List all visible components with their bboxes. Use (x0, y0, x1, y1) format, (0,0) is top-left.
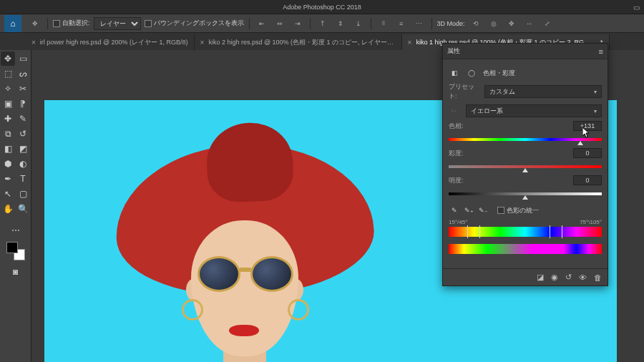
tool-wand[interactable]: ✧ (1, 82, 15, 96)
3d-scale-icon[interactable]: ⤢ (540, 16, 555, 31)
tool-shape[interactable]: ▢ (16, 187, 30, 201)
tool-heal[interactable]: ✚ (1, 112, 15, 126)
align-right-icon[interactable]: ⇥ (291, 16, 305, 31)
auto-select-checkbox[interactable]: 自動選択: (53, 19, 90, 28)
3d-roll-icon[interactable]: ◎ (487, 16, 501, 31)
tool-frame[interactable]: ▣ (1, 97, 15, 111)
doc-tab-0[interactable]: ×irl power high res.psd @ 200% (レイヤー 1, … (26, 34, 195, 50)
show-bbox-checkbox[interactable]: バウンディングボックスを表示 (145, 19, 244, 28)
channel-dropdown[interactable]: イエロー系 (466, 104, 602, 117)
sat-value[interactable]: 0 (573, 148, 602, 158)
tool-eraser[interactable]: ◧ (1, 142, 15, 156)
clip-icon[interactable]: ◪ (537, 273, 544, 282)
tool-marquee[interactable]: ⬚ (1, 67, 15, 81)
close-icon[interactable]: × (200, 39, 205, 47)
photo-earring (182, 299, 203, 321)
panel-menu-icon[interactable]: ≡ (599, 47, 603, 56)
mask-icon[interactable]: ◯ (466, 67, 477, 79)
hue-value[interactable]: +131 (573, 121, 602, 131)
view-previous-icon[interactable]: ◉ (551, 273, 558, 282)
tool-more[interactable]: ⋯ (9, 223, 23, 238)
properties-panel: 属性 ≡ ◧ ◯ 色相・彩度 プリセット: カスタム ☞ イエロー系 色相:+1… (442, 43, 608, 286)
tool-dodge[interactable]: ◐ (16, 157, 30, 171)
eyedropper-sub-icon[interactable]: ✎₋ (477, 205, 489, 216)
align-left-icon[interactable]: ⇤ (255, 16, 269, 31)
3d-pan-icon[interactable]: ✥ (504, 16, 519, 31)
tool-history[interactable]: ↺ (16, 127, 30, 141)
color-swatches[interactable] (6, 242, 25, 260)
align-bottom-icon[interactable]: ⤓ (351, 16, 366, 31)
preset-label: プリセット: (449, 82, 480, 101)
lig-label: 明度: (449, 176, 480, 185)
auto-select-target[interactable]: レイヤー (94, 17, 141, 30)
panel-title: 属性 (447, 47, 460, 56)
photo-sunglasses (197, 256, 293, 292)
sat-label: 彩度: (449, 149, 480, 158)
tool-eyedrop[interactable]: ⁋ (16, 97, 30, 111)
home-button[interactable]: ⌂ (4, 15, 21, 32)
colorize-checkbox[interactable]: 色彩の統一 (497, 206, 539, 215)
eyedropper-icon[interactable]: ✎ (449, 205, 460, 216)
mode-label: 3D Mode: (437, 20, 465, 27)
range-left-value: 15°/45° (449, 219, 467, 225)
adjustment-name: 色相・彩度 (483, 69, 515, 78)
visibility-icon[interactable]: 👁 (579, 273, 587, 282)
tool-artboard[interactable]: ▭ (16, 52, 30, 66)
tool-hand[interactable]: ✋ (1, 202, 15, 216)
tool-crop[interactable]: ✂ (16, 82, 30, 96)
tool-zoom[interactable]: 🔍 (16, 202, 30, 216)
sat-slider[interactable] (449, 162, 602, 172)
tool-blur[interactable]: ⬢ (1, 157, 15, 171)
move-tool-icon[interactable]: ✥ (28, 16, 42, 31)
photo-earring (288, 299, 309, 321)
align-center-h-icon[interactable]: ⇔ (273, 16, 287, 31)
delete-icon[interactable]: 🗑 (594, 273, 602, 282)
preset-dropdown[interactable]: カスタム (484, 85, 602, 98)
lig-slider[interactable] (449, 189, 602, 199)
quick-mask-icon[interactable]: ◙ (9, 265, 23, 279)
reset-icon[interactable]: ↺ (565, 273, 572, 282)
close-icon[interactable]: × (408, 39, 412, 47)
options-bar: ⌂ ✥ 自動選択: レイヤー バウンディングボックスを表示 ⇤ ⇔ ⇥ ⤒ ⇕ … (0, 14, 644, 33)
tool-brush[interactable]: ✎ (16, 112, 30, 126)
doc-tab-1[interactable]: ×kiko 2 high res.psd @ 100% (色相・彩度 1 のコピ… (195, 34, 402, 50)
hand-target-icon[interactable]: ☞ (449, 105, 460, 117)
align-top-icon[interactable]: ⤒ (316, 16, 330, 31)
hue-label: 色相: (449, 122, 480, 131)
workspace-switcher-icon[interactable]: ▭ (628, 0, 644, 14)
tool-path[interactable]: ↖ (1, 187, 15, 201)
align-center-v-icon[interactable]: ⇕ (333, 16, 348, 31)
tool-pen[interactable]: ✒ (1, 172, 15, 186)
tool-type[interactable]: T (16, 172, 30, 186)
3d-slide-icon[interactable]: ↔ (522, 16, 537, 31)
more-align-icon[interactable]: ⋯ (412, 16, 426, 31)
3d-rotate-icon[interactable]: ⟲ (469, 16, 483, 31)
hue-slider[interactable] (449, 134, 602, 145)
distribute-h-icon[interactable]: ⫴ (376, 16, 391, 31)
eyedropper-add-icon[interactable]: ✎₊ (463, 205, 474, 216)
adjustment-icon: ◧ (449, 67, 460, 79)
app-title: Adobe Photoshop CC 2018 (283, 4, 361, 11)
photo-lips (229, 325, 259, 336)
range-right-value: 75°\105° (580, 219, 602, 225)
tool-move[interactable]: ✥ (1, 52, 15, 66)
tool-stamp[interactable]: ⧉ (1, 127, 15, 141)
color-range-bar-result (449, 244, 602, 254)
close-icon[interactable]: × (31, 39, 36, 47)
title-bar: Adobe Photoshop CC 2018 ▭ (0, 0, 644, 14)
tool-palette: ✥ ▭ ⬚ ᔕ ✧ ✂ ▣ ⁋ ✚ ✎ ⧉ ↺ ◧ ◩ ⬢ ◐ ✒ T ↖ ▢ … (0, 50, 31, 362)
distribute-v-icon[interactable]: ≡ (394, 16, 409, 31)
tool-lasso[interactable]: ᔕ (16, 67, 30, 81)
lig-value[interactable]: 0 (573, 175, 602, 185)
tool-gradient[interactable]: ◩ (16, 142, 30, 156)
color-range-bar[interactable] (449, 227, 602, 237)
